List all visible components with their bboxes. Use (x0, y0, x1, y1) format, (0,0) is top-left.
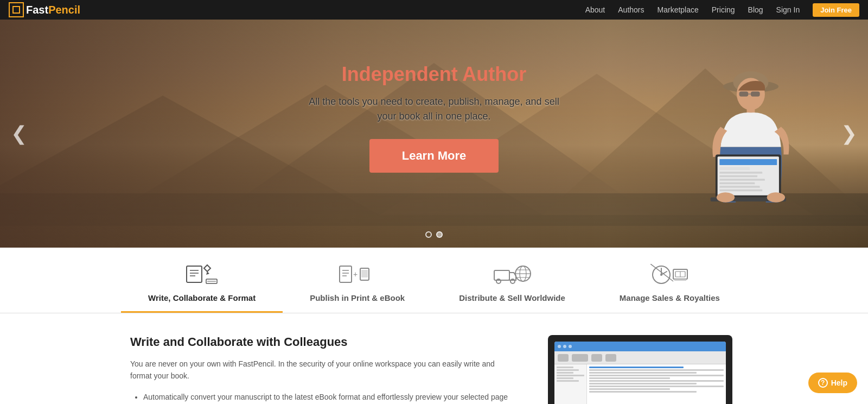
screen-dot-2 (563, 345, 566, 348)
screen-dot-3 (569, 345, 572, 348)
hero-dots (425, 231, 443, 238)
hero-dot-1[interactable] (425, 231, 432, 238)
svg-rect-18 (719, 175, 757, 178)
write-icon (186, 264, 218, 289)
svg-rect-10 (751, 92, 760, 97)
main-line-3 (589, 372, 697, 374)
sidebar-line-6 (557, 380, 579, 382)
logo-icon-inner (12, 6, 20, 14)
svg-rect-16 (719, 167, 750, 171)
logo[interactable]: Fast Pencil (9, 2, 80, 17)
main-line-2 (589, 369, 724, 371)
feature-bullet-1: Automatically convert your manuscript to… (143, 391, 515, 404)
feature-description: You are never on your own with FastPenci… (130, 358, 515, 382)
main-line-6 (589, 380, 724, 382)
hero-dot-2[interactable] (436, 231, 443, 238)
tab-write-label: Write, Collaborate & Format (148, 293, 256, 302)
svg-rect-19 (719, 179, 765, 181)
features-tabs: Write, Collaborate & Format + Publish in… (0, 248, 868, 313)
nav-pricing[interactable]: Pricing (712, 5, 735, 14)
svg-point-24 (717, 192, 735, 203)
hero-prev-button[interactable]: ❮ (5, 117, 33, 150)
tab-publish-label: Publish in Print & eBook (310, 293, 405, 302)
laptop-screen (554, 342, 726, 404)
feature-laptop-image (548, 335, 738, 404)
sidebar-line-5 (557, 377, 573, 379)
screen-header (554, 342, 726, 351)
nav-blog[interactable]: Blog (748, 5, 763, 14)
feature-content-area: Write and Collaborate with Colleagues Yo… (108, 335, 760, 404)
tab-manage[interactable]: Manage Sales & Royalties (592, 264, 747, 313)
hero-content: Independent Author All the tools you nee… (298, 63, 570, 173)
feature-text: Write and Collaborate with Colleagues Yo… (130, 335, 515, 404)
navbar: Fast Pencil About Authors Marketplace Pr… (0, 0, 868, 20)
join-free-button[interactable]: Join Free (813, 3, 859, 17)
main-line-5 (589, 377, 670, 379)
learn-more-button[interactable]: Learn More (369, 139, 499, 173)
toolbar-btn-4 (605, 354, 616, 362)
svg-rect-21 (719, 186, 760, 188)
hero-section: ❮ ❯ Independent Author All the tools you… (0, 20, 868, 248)
screen-toolbar (554, 351, 726, 364)
main-line-10 (589, 391, 697, 393)
main-line-7 (589, 383, 697, 384)
main-line-1 (589, 367, 684, 368)
main-line-8 (589, 386, 724, 387)
publish-icon: + (339, 264, 376, 289)
svg-rect-53 (674, 279, 686, 281)
distribute-icon (493, 264, 531, 289)
svg-rect-22 (719, 190, 762, 192)
hero-person-svg (673, 52, 814, 237)
hero-title: Independent Author (298, 63, 570, 86)
main-line-4 (589, 375, 724, 376)
toolbar-btn-3 (591, 354, 602, 362)
navbar-nav: About Authors Marketplace Pricing Blog S… (585, 3, 859, 17)
tab-distribute[interactable]: Distribute & Sell Worldwide (432, 264, 592, 313)
screen-content-area (554, 364, 726, 404)
svg-rect-26 (187, 266, 202, 282)
svg-rect-17 (719, 172, 762, 174)
nav-about[interactable]: About (585, 5, 605, 14)
tab-publish[interactable]: + Publish in Print & eBook (283, 264, 432, 313)
logo-icon (9, 2, 24, 17)
sidebar-line-1 (557, 367, 573, 368)
tab-write[interactable]: Write, Collaborate & Format (121, 264, 283, 313)
screen-dot-1 (558, 345, 561, 348)
nav-marketplace[interactable]: Marketplace (658, 5, 699, 14)
help-icon: ? (818, 378, 828, 388)
main-line-9 (589, 388, 670, 390)
manage-icon (650, 264, 688, 289)
svg-rect-9 (739, 92, 749, 97)
hero-subtitle: All the tools you need to create, publis… (298, 94, 570, 124)
toolbar-btn-1 (558, 354, 569, 362)
screen-sidebar (554, 364, 587, 404)
feature-bullets-list: Automatically convert your manuscript to… (130, 391, 515, 404)
svg-rect-15 (719, 159, 777, 165)
sidebar-line-2 (557, 369, 579, 371)
toolbar-btn-2 (572, 354, 588, 362)
svg-rect-39 (494, 270, 509, 280)
tab-distribute-label: Distribute & Sell Worldwide (459, 293, 565, 302)
svg-rect-32 (340, 266, 352, 282)
feature-title: Write and Collaborate with Colleagues (130, 335, 515, 349)
screen-body (554, 351, 726, 404)
svg-text:+: + (353, 270, 358, 279)
logo-pencil-text: Pencil (48, 4, 80, 16)
sidebar-line-3 (557, 372, 573, 374)
svg-point-48 (660, 274, 662, 276)
nav-authors[interactable]: Authors (618, 5, 644, 14)
sidebar-line-4 (557, 375, 584, 376)
svg-point-25 (767, 192, 785, 203)
logo-fast-text: Fast (26, 4, 48, 16)
tab-manage-label: Manage Sales & Royalties (620, 293, 720, 302)
help-button[interactable]: ? Help (808, 373, 857, 393)
svg-rect-20 (719, 182, 755, 185)
nav-signin[interactable]: Sign In (776, 5, 800, 14)
laptop-mockup (548, 335, 732, 404)
help-label: Help (831, 378, 847, 387)
svg-rect-38 (361, 270, 368, 277)
screen-main (587, 364, 726, 404)
hero-next-button[interactable]: ❯ (835, 117, 863, 150)
